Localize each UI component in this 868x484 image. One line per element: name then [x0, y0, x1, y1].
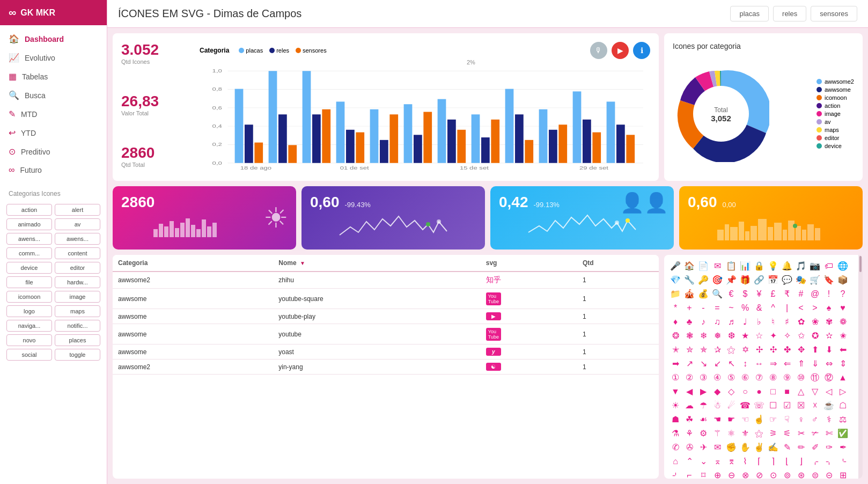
icon-item[interactable]: ↗: [682, 357, 696, 371]
icon-item[interactable]: ✯: [696, 343, 710, 357]
icon-item[interactable]: 💬: [780, 273, 794, 287]
icon-item[interactable]: ❂: [668, 329, 682, 343]
icon-item[interactable]: 🔒: [752, 259, 766, 273]
icon-item[interactable]: ◀: [682, 385, 696, 399]
icon-item[interactable]: ♠: [822, 301, 836, 315]
cat-btn-file[interactable]: file: [6, 276, 52, 288]
icon-item[interactable]: 🛒: [808, 273, 822, 287]
scroll-thumb[interactable]: [859, 256, 862, 272]
icon-item[interactable]: ⊘: [752, 468, 766, 479]
icon-item[interactable]: ✂: [794, 427, 808, 441]
icon-item[interactable]: 📁: [668, 287, 682, 301]
icon-item[interactable]: ✄: [822, 427, 836, 441]
icon-item[interactable]: 🏷: [822, 259, 836, 273]
icon-item[interactable]: ⌎: [836, 454, 850, 468]
icon-item[interactable]: ⌐: [682, 468, 696, 479]
cat-btn-naviga---[interactable]: naviga...: [6, 320, 52, 332]
icon-item[interactable]: ❄: [696, 329, 710, 343]
icon-item[interactable]: ⚛: [724, 427, 738, 441]
cat-btn-animado[interactable]: animado: [6, 218, 52, 230]
icon-item[interactable]: ◇: [724, 385, 738, 399]
icon-item[interactable]: ✒: [836, 441, 850, 454]
icon-item[interactable]: =: [710, 301, 724, 315]
sidebar-item-futuro[interactable]: ∞Futuro: [0, 161, 107, 179]
icon-item[interactable]: 🔧: [682, 273, 696, 287]
icon-item[interactable]: ✡: [738, 343, 752, 357]
cat-btn-action[interactable]: action: [6, 204, 52, 216]
icon-item[interactable]: ^: [766, 301, 780, 315]
icon-item[interactable]: 🔑: [696, 273, 710, 287]
icon-item[interactable]: ✢: [752, 343, 766, 357]
icon-item[interactable]: ⊝: [822, 468, 836, 479]
icon-item[interactable]: 💰: [696, 287, 710, 301]
icon-item[interactable]: ⌅: [710, 454, 724, 468]
icon-item[interactable]: ☟: [780, 413, 794, 427]
icon-item[interactable]: ⑤: [724, 371, 738, 385]
icon-item[interactable]: 📋: [724, 259, 738, 273]
icon-item[interactable]: 🌐: [836, 259, 850, 273]
icon-item[interactable]: ✆: [668, 441, 682, 454]
topbar-btn-sensores[interactable]: sensores: [811, 6, 857, 21]
icon-item[interactable]: ⑧: [766, 371, 780, 385]
icon-item[interactable]: ⑨: [780, 371, 794, 385]
sidebar-item-dashboard[interactable]: 🏠Dashboard: [0, 30, 107, 48]
icon-item[interactable]: 🎵: [794, 259, 808, 273]
icon-item[interactable]: ✧: [780, 329, 794, 343]
icon-item[interactable]: ▽: [808, 385, 822, 399]
icon-item[interactable]: ♦: [668, 315, 682, 329]
icon-item[interactable]: >: [808, 301, 822, 315]
icon-item[interactable]: #: [794, 287, 808, 301]
icon-item[interactable]: ✉: [710, 441, 724, 454]
icon-item[interactable]: ✬: [836, 329, 850, 343]
icon-item[interactable]: ⇑: [794, 357, 808, 371]
icon-item[interactable]: ☄: [724, 399, 738, 413]
col-nome[interactable]: Nome ▼: [273, 255, 481, 272]
icon-item[interactable]: ☚: [710, 413, 724, 427]
icon-item[interactable]: ⌆: [724, 454, 738, 468]
icon-item[interactable]: 📌: [724, 273, 738, 287]
icon-item[interactable]: ⇔: [822, 357, 836, 371]
icon-item[interactable]: ☘: [682, 413, 696, 427]
icon-item[interactable]: ✾: [822, 315, 836, 329]
icon-item[interactable]: ☒: [794, 399, 808, 413]
icon-item[interactable]: ☏: [752, 399, 766, 413]
icon-item[interactable]: ⇒: [766, 357, 780, 371]
icon-item[interactable]: ❅: [710, 329, 724, 343]
icon-item[interactable]: %: [738, 301, 752, 315]
icon-item[interactable]: ☎: [738, 399, 752, 413]
icon-item[interactable]: ⑫: [822, 371, 836, 385]
icon-item[interactable]: ✥: [794, 343, 808, 357]
icon-item[interactable]: ⊚: [780, 468, 794, 479]
icon-item[interactable]: ⌉: [766, 454, 780, 468]
icon-item[interactable]: ~: [724, 301, 738, 315]
youtube-icon[interactable]: ▶: [612, 42, 629, 59]
topbar-btn-placas[interactable]: placas: [730, 6, 769, 21]
cat-btn-novo[interactable]: novo: [6, 334, 52, 346]
icon-item[interactable]: 📅: [766, 273, 780, 287]
icon-item[interactable]: !: [822, 287, 836, 301]
topbar-btn-reles[interactable]: reles: [773, 6, 806, 21]
icon-item[interactable]: ★: [738, 329, 752, 343]
icon-item[interactable]: ↘: [696, 357, 710, 371]
icon-item[interactable]: ✐: [808, 441, 822, 454]
icon-item[interactable]: ▶: [696, 385, 710, 399]
icon-item[interactable]: ♥: [836, 301, 850, 315]
icon-item[interactable]: £: [766, 287, 780, 301]
icon-item[interactable]: ⌋: [794, 454, 808, 468]
icon-item[interactable]: ⚞: [766, 427, 780, 441]
icon-item[interactable]: ⬅: [836, 343, 850, 357]
icon-item[interactable]: ₹: [780, 287, 794, 301]
icon-item[interactable]: ✉: [710, 259, 724, 273]
icon-item[interactable]: ☛: [724, 413, 738, 427]
icon-item[interactable]: ▲: [836, 371, 850, 385]
cat-btn-hardw---[interactable]: hardw...: [55, 276, 100, 288]
icon-item[interactable]: 🔍: [710, 287, 724, 301]
cat-btn-maps[interactable]: maps: [55, 305, 100, 317]
icon-item[interactable]: ❀: [808, 315, 822, 329]
icon-item[interactable]: ⊜: [808, 468, 822, 479]
icon-item[interactable]: ¥: [752, 287, 766, 301]
cat-btn-image[interactable]: image: [55, 291, 100, 303]
icon-item[interactable]: ⌌: [808, 454, 822, 468]
cat-btn-comm---[interactable]: comm...: [6, 247, 52, 259]
icon-item[interactable]: ♩: [738, 315, 752, 329]
